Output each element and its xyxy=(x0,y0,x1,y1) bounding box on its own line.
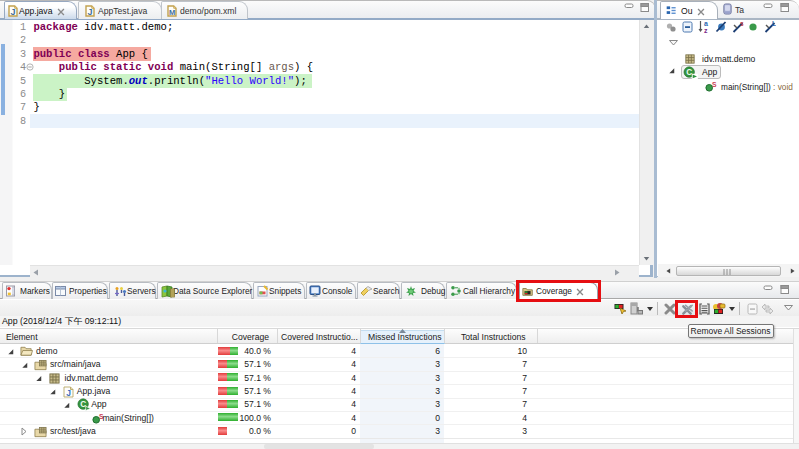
svg-text:S: S xyxy=(712,81,717,88)
svg-text:z: z xyxy=(704,27,708,33)
svg-text:J: J xyxy=(66,387,71,397)
svg-text:s: s xyxy=(740,21,744,27)
svg-text:L: L xyxy=(772,21,776,27)
svg-text:M: M xyxy=(169,8,175,17)
svg-text:J: J xyxy=(10,7,15,17)
svg-text:C: C xyxy=(80,401,86,410)
svg-text:J: J xyxy=(87,7,92,17)
svg-text:C: C xyxy=(686,68,692,77)
svg-text:a: a xyxy=(704,20,708,27)
